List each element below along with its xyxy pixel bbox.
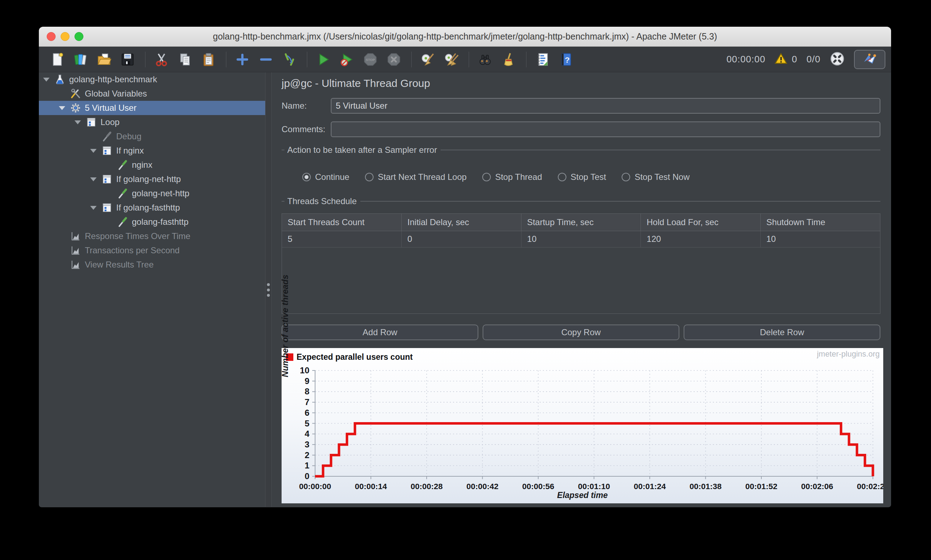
- copy-icon[interactable]: [177, 51, 193, 68]
- svg-text:0: 0: [305, 471, 309, 481]
- chart-legend: Expected parallel users count: [286, 352, 413, 362]
- start-icon[interactable]: [315, 51, 331, 68]
- disclosure-triangle-icon[interactable]: [74, 120, 85, 124]
- toggle-icon[interactable]: [281, 51, 297, 68]
- tree-item-golang-net-http[interactable]: golang-net-http: [39, 186, 265, 200]
- tree-item-if-nginx[interactable]: If nginx: [39, 143, 265, 158]
- disclosure-triangle-icon[interactable]: [43, 78, 54, 82]
- table-cell[interactable]: 0: [402, 231, 521, 247]
- tree-item-label: If nginx: [116, 146, 143, 156]
- sampler-icon: [117, 188, 129, 200]
- tree-item-label: golang-net-http: [132, 188, 189, 198]
- table-cell[interactable]: 5: [282, 231, 402, 247]
- disclosure-triangle-icon[interactable]: [59, 106, 69, 110]
- radio-stop-test[interactable]: Stop Test: [558, 172, 606, 182]
- delete-row-button[interactable]: Delete Row: [684, 325, 880, 340]
- help-icon[interactable]: ?: [558, 51, 574, 68]
- zoom-button[interactable]: [74, 32, 83, 41]
- radio-stop-thread[interactable]: Stop Thread: [482, 172, 542, 182]
- tree-item-response-times-over-time[interactable]: Response Times Over Time: [39, 229, 265, 243]
- variables-icon: [69, 88, 82, 100]
- radio-circle-icon[interactable]: [482, 173, 491, 182]
- radio-stop-test-now[interactable]: Stop Test Now: [622, 172, 689, 182]
- tree-item-label: golang-fasthttp: [132, 217, 188, 227]
- split-divider[interactable]: [265, 72, 271, 507]
- close-button[interactable]: [47, 32, 55, 41]
- controller-icon: [101, 145, 113, 157]
- start-no-pauses-icon[interactable]: [339, 51, 355, 68]
- svg-text:7: 7: [305, 397, 309, 407]
- disclosure-triangle-icon[interactable]: [90, 177, 101, 182]
- tree-item-debug[interactable]: Debug: [39, 129, 265, 143]
- new-file-icon[interactable]: [49, 51, 65, 68]
- radio-circle-icon[interactable]: [365, 173, 373, 182]
- splitter-grip-icon[interactable]: [267, 283, 270, 297]
- copy-row-button[interactable]: Copy Row: [482, 325, 679, 340]
- tree-item-global-variables[interactable]: Global Variables: [39, 86, 265, 101]
- window-controls: [47, 27, 83, 46]
- search-icon[interactable]: [477, 51, 493, 68]
- table-cell[interactable]: 10: [521, 231, 641, 247]
- comments-input[interactable]: [331, 122, 880, 137]
- reset-search-icon[interactable]: [501, 51, 517, 68]
- tree-item-5-virtual-user[interactable]: 5 Virtual User: [39, 101, 265, 115]
- tree-item-if-golang-net-http[interactable]: If golang-net-http: [39, 172, 265, 186]
- desktop-background: golang-http-benchmark.jmx (/Users/nicola…: [0, 0, 931, 560]
- tree-item-golang-http-benchmark[interactable]: golang-http-benchmark: [39, 72, 265, 86]
- name-input[interactable]: [331, 98, 880, 114]
- radio-circle-icon[interactable]: [558, 173, 566, 182]
- minimize-button[interactable]: [60, 32, 69, 41]
- log-warnings-indicator[interactable]: 0: [775, 52, 797, 67]
- function-helper-icon[interactable]: [534, 51, 551, 68]
- tree-item-transactions-per-second[interactable]: Transactions per Second: [39, 243, 265, 258]
- clear-all-icon[interactable]: [443, 51, 459, 68]
- column-header-initial-delay-sec[interactable]: Initial Delay, sec: [402, 214, 521, 231]
- table-row[interactable]: 501012010: [282, 231, 880, 247]
- svg-text:5: 5: [305, 418, 309, 428]
- column-header-start-threads-count[interactable]: Start Threads Count: [282, 214, 402, 231]
- column-header-hold-load-for-sec[interactable]: Hold Load For, sec: [641, 214, 761, 231]
- table-cell[interactable]: 10: [760, 231, 880, 247]
- paste-icon[interactable]: [200, 51, 217, 68]
- disclosure-triangle-icon[interactable]: [90, 206, 101, 210]
- radio-circle-icon[interactable]: [622, 173, 630, 182]
- tree-item-loop[interactable]: Loop: [39, 115, 265, 129]
- jmeter-window: golang-http-benchmark.jmx (/Users/nicola…: [39, 27, 891, 507]
- toolbar-status-cluster: 00:00:00 0 0/0: [726, 47, 885, 72]
- add-row-button[interactable]: Add Row: [282, 325, 478, 340]
- open-file-icon[interactable]: [96, 51, 112, 68]
- svg-text:1: 1: [305, 461, 309, 470]
- svg-text:00:02:06: 00:02:06: [801, 482, 833, 491]
- column-header-startup-time-sec[interactable]: Startup Time, sec: [521, 214, 641, 231]
- clear-icon[interactable]: [419, 51, 436, 68]
- tree-item-golang-fasthttp[interactable]: golang-fasthttp: [39, 215, 265, 229]
- tree-item-if-golang-fasthttp[interactable]: If golang-fasthttp: [39, 200, 265, 215]
- toolbar-separator: [307, 52, 307, 67]
- tree-item-view-results-tree[interactable]: View Results Tree: [39, 258, 265, 272]
- tree-item-nginx[interactable]: nginx: [39, 158, 265, 172]
- column-header-shutdown-time[interactable]: Shutdown Time: [760, 214, 880, 231]
- radio-label: Continue: [315, 172, 349, 182]
- cut-icon[interactable]: [153, 51, 170, 68]
- remove-icon[interactable]: [258, 51, 274, 68]
- add-icon[interactable]: [234, 51, 251, 68]
- listener-chart-icon: [69, 245, 82, 257]
- tree-item-label: If golang-net-http: [116, 174, 181, 184]
- jmeter-logo-button[interactable]: [854, 50, 885, 69]
- templates-icon[interactable]: [72, 51, 89, 68]
- table-cell[interactable]: 120: [641, 231, 761, 247]
- save-icon[interactable]: [119, 51, 136, 68]
- shutdown-icon: [386, 51, 402, 68]
- window-title: golang-http-benchmark.jmx (/Users/nicola…: [213, 31, 717, 42]
- sampler-disabled-icon: [101, 131, 113, 143]
- svg-text:10: 10: [300, 366, 309, 375]
- svg-text:STOP: STOP: [366, 58, 375, 62]
- disclosure-triangle-icon[interactable]: [90, 149, 101, 153]
- radio-continue[interactable]: Continue: [302, 172, 349, 182]
- tree-item-label: Loop: [100, 117, 119, 127]
- threads-schedule-table[interactable]: Start Threads CountInitial Delay, secSta…: [282, 214, 880, 248]
- toolbar-separator: [145, 52, 145, 67]
- sampler-icon: [117, 216, 129, 228]
- radio-circle-icon[interactable]: [302, 173, 311, 182]
- radio-start-next-thread-loop[interactable]: Start Next Thread Loop: [365, 172, 467, 182]
